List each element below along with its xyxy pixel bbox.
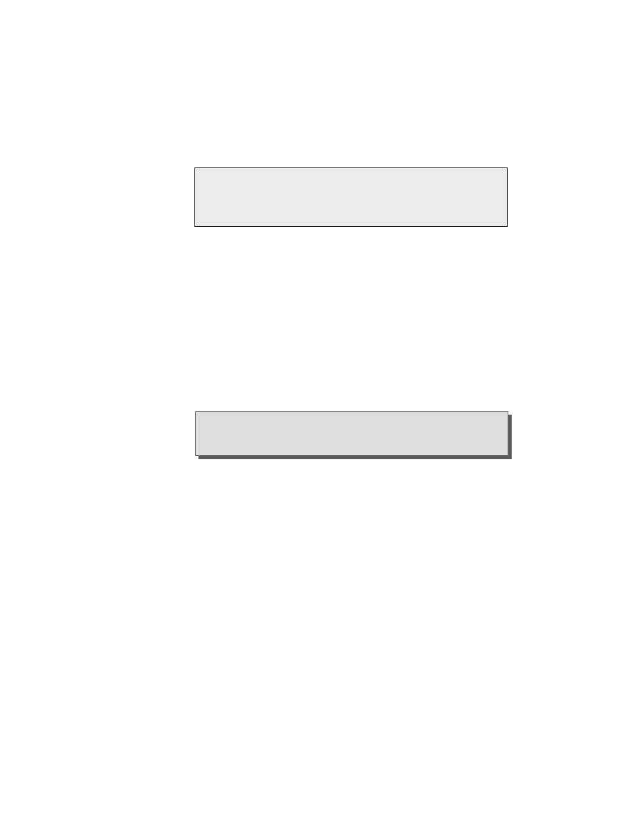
bottom-rectangle [195,411,508,456]
top-rectangle [194,167,508,227]
